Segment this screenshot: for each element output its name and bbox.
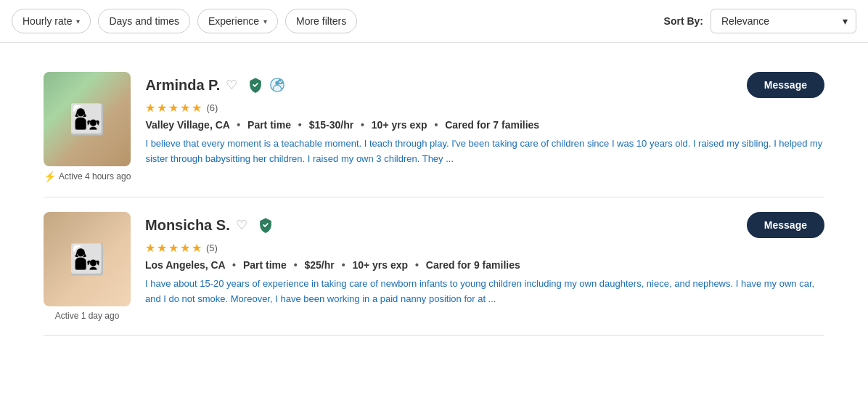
star-2: ★ [157, 101, 167, 115]
star-3: ★ [168, 101, 179, 115]
name-icons: Arminda P. ♡ [145, 77, 285, 94]
profile-photo: 👩‍👧 [44, 72, 131, 166]
star-3: ★ [168, 241, 179, 255]
card-meta: Los Angeles, CA • Part time • $25/hr • 1… [145, 259, 824, 271]
verified-shield-icon [258, 217, 274, 233]
card-header: Arminda P. ♡ Mes [145, 72, 824, 98]
job-type: Part time [243, 259, 287, 271]
photo-monsicha-placeholder: 👩‍👧 [44, 212, 131, 306]
rate: $15-30/hr [309, 119, 353, 131]
location: Los Angeles, CA [145, 259, 225, 271]
star-rating: ★ ★ ★ ★ ★ (5) [145, 241, 824, 255]
active-status-text: Active 4 hours ago [59, 171, 131, 182]
experience-chevron-icon: ▾ [263, 17, 267, 25]
star-1: ★ [145, 101, 155, 115]
filter-bar: Hourly rate ▾ Days and times Experience … [0, 0, 868, 43]
active-status: ⚡ Active 4 hours ago [44, 171, 131, 182]
sort-select-wrapper: Relevance Hourly rate (low to high) Hour… [711, 9, 856, 33]
verified-shield-icon [247, 77, 263, 93]
cards-container: 👩‍👧 ⚡ Active 4 hours ago Arminda P. ♡ [0, 43, 868, 351]
photo-area: 👩‍👧 ⚡ Active 4 hours ago [44, 72, 131, 182]
sep4: • [434, 119, 438, 131]
families: Cared for 9 families [426, 259, 520, 271]
experience-label: Experience [208, 15, 259, 27]
card-bio: I have about 15-20 years of experience i… [145, 277, 824, 307]
experience-filter[interactable]: Experience ▾ [197, 9, 278, 33]
sep2: • [294, 259, 298, 271]
caregiver-name: Monsicha S. [145, 217, 230, 234]
sort-select[interactable]: Relevance Hourly rate (low to high) Hour… [711, 9, 856, 33]
message-button[interactable]: Message [747, 72, 824, 98]
days-times-filter[interactable]: Days and times [98, 9, 189, 33]
star-2: ★ [157, 241, 167, 255]
more-filters-label: More filters [296, 15, 346, 27]
background-check-icon [269, 77, 285, 93]
star-5: ★ [192, 101, 202, 115]
message-button[interactable]: Message [747, 212, 824, 238]
sep3: • [361, 119, 364, 131]
days-times-label: Days and times [109, 15, 179, 27]
profile-photo: 👩‍👧 [44, 212, 131, 306]
hourly-rate-label: Hourly rate [22, 15, 72, 27]
sep1: • [237, 119, 240, 131]
favorite-heart-icon[interactable]: ♡ [236, 217, 252, 233]
sep3: • [342, 259, 345, 271]
star-1: ★ [145, 241, 155, 255]
lightning-icon: ⚡ [44, 171, 56, 182]
more-filters-button[interactable]: More filters [285, 9, 357, 33]
hourly-rate-chevron-icon: ▾ [76, 17, 80, 25]
rate: $25/hr [305, 259, 335, 271]
caregiver-card: 👩‍👧 ⚡ Active 4 hours ago Arminda P. ♡ [44, 57, 824, 197]
sep1: • [232, 259, 236, 271]
favorite-heart-icon[interactable]: ♡ [226, 77, 242, 93]
caregiver-name: Arminda P. [145, 77, 220, 94]
caregiver-card: 👩‍👧 Active 1 day ago Monsicha S. ♡ Messa… [44, 197, 824, 336]
experience: 10+ yrs exp [352, 259, 408, 271]
hourly-rate-filter[interactable]: Hourly rate ▾ [12, 9, 91, 33]
card-header: Monsicha S. ♡ Message [145, 212, 824, 238]
sort-by-label: Sort By: [664, 15, 703, 27]
star-4: ★ [180, 241, 190, 255]
card-content: Arminda P. ♡ Mes [145, 72, 824, 167]
card-content: Monsicha S. ♡ Message ★ ★ ★ ★ ★ (5) [145, 212, 824, 307]
photo-arminda-placeholder: 👩‍👧 [44, 72, 131, 166]
card-bio: I believe that every moment is a teachab… [145, 136, 824, 167]
sort-area: Sort By: Relevance Hourly rate (low to h… [664, 9, 856, 33]
active-status: Active 1 day ago [55, 311, 120, 321]
star-4: ★ [180, 101, 190, 115]
review-count: (5) [206, 242, 218, 253]
sep2: • [298, 119, 302, 131]
card-meta: Valley Village, CA • Part time • $15-30/… [145, 119, 824, 131]
photo-area: 👩‍👧 Active 1 day ago [44, 212, 131, 321]
star-rating: ★ ★ ★ ★ ★ (6) [145, 101, 824, 115]
families: Cared for 7 families [445, 119, 539, 131]
location: Valley Village, CA [145, 119, 229, 131]
review-count: (6) [206, 102, 218, 113]
sep4: • [415, 259, 419, 271]
active-status-text: Active 1 day ago [55, 311, 120, 321]
star-5: ★ [192, 241, 202, 255]
job-type: Part time [247, 119, 291, 131]
name-icons: Monsicha S. ♡ [145, 217, 274, 234]
experience: 10+ yrs exp [372, 119, 427, 131]
